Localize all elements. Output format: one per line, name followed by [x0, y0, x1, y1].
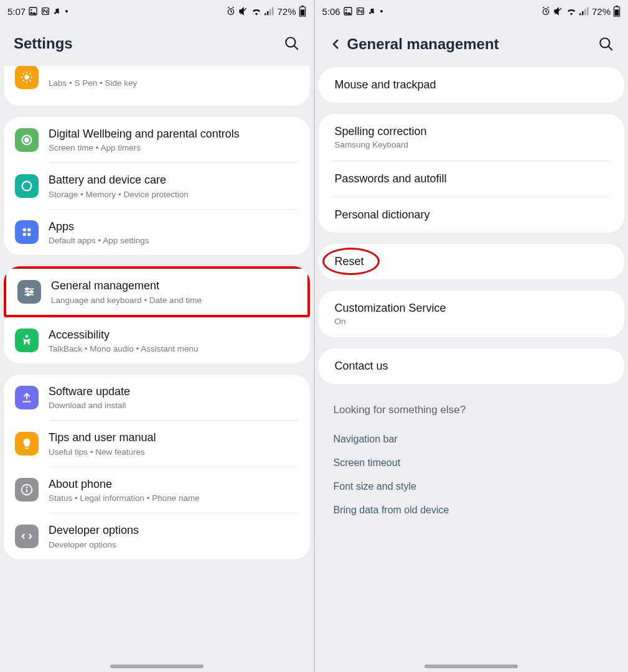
- item-title: Personal dictionary: [335, 208, 609, 222]
- svg-point-4: [57, 12, 59, 14]
- gm-item-contact-us[interactable]: Contact us: [319, 348, 625, 384]
- svg-point-13: [286, 37, 295, 47]
- advanced-features-icon: [15, 66, 39, 89]
- gm-item-spelling-correction[interactable]: Spelling correction Samsung Keyboard: [319, 114, 625, 161]
- tips-icon: [15, 432, 39, 455]
- gesture-handle[interactable]: [110, 665, 204, 668]
- settings-item-general-management[interactable]: General management Language and keyboard…: [4, 266, 310, 317]
- svg-rect-12: [300, 9, 304, 16]
- item-title: Apps: [49, 220, 298, 234]
- gm-item-personal-dictionary[interactable]: Personal dictionary: [319, 197, 625, 233]
- settings-item-tips[interactable]: Tips and user manual Useful tips • New f…: [4, 421, 310, 466]
- settings-item-apps[interactable]: Apps Default apps • App settings: [4, 210, 310, 255]
- svg-point-20: [23, 233, 27, 236]
- svg-point-19: [27, 228, 30, 232]
- wifi-icon: [566, 7, 577, 16]
- signal-icon: [265, 7, 274, 16]
- svg-point-24: [27, 294, 29, 296]
- item-title: Reset: [335, 255, 609, 268]
- settings-card-group3: Software update Download and install Tip…: [4, 375, 310, 559]
- svg-rect-11: [301, 6, 304, 7]
- nfc-icon: [355, 6, 365, 16]
- more-notifications-dot: [380, 10, 383, 12]
- svg-rect-38: [587, 7, 588, 16]
- item-title: Battery and device care: [49, 173, 298, 187]
- svg-point-42: [600, 38, 609, 47]
- search-button[interactable]: [284, 35, 300, 52]
- mute-icon: [553, 6, 563, 16]
- signal-icon: [579, 7, 589, 16]
- developer-options-icon: [15, 525, 39, 548]
- suggest-link-font-size[interactable]: Font size and style: [334, 475, 610, 498]
- settings-item-battery-device-care[interactable]: Battery and device care Storage • Memory…: [4, 163, 310, 208]
- svg-point-14: [24, 75, 29, 79]
- phone-left-settings[interactable]: 5:07 72% Settings: [0, 0, 314, 672]
- status-battery-pct: 72%: [592, 6, 611, 17]
- gm-item-reset[interactable]: Reset: [319, 244, 625, 279]
- accessibility-icon: [15, 329, 39, 352]
- status-time: 5:06: [322, 6, 340, 17]
- item-subtitle: Useful tips • New features: [49, 447, 298, 457]
- wellbeing-icon: [15, 128, 39, 152]
- status-battery-pct: 72%: [277, 6, 296, 17]
- suggest-link-screen-timeout[interactable]: Screen timeout: [334, 451, 610, 475]
- status-time: 5:07: [7, 6, 26, 17]
- about-phone-icon: [15, 478, 39, 502]
- gesture-handle[interactable]: [424, 665, 518, 668]
- item-title: Spelling correction: [335, 125, 609, 138]
- gm-item-passwords-autofill[interactable]: Passwords and autofill: [319, 161, 625, 197]
- svg-point-18: [23, 228, 27, 232]
- page-title: Settings: [14, 35, 284, 52]
- item-title: Passwords and autofill: [335, 172, 609, 185]
- item-title: Mouse and trackpad: [335, 78, 609, 91]
- header: Settings: [0, 22, 314, 62]
- svg-point-25: [26, 335, 29, 338]
- item-title: General management: [51, 279, 295, 293]
- svg-rect-40: [616, 6, 618, 7]
- apps-icon: [15, 220, 39, 244]
- svg-rect-36: [582, 11, 583, 15]
- gm-item-customization-service[interactable]: Customization Service On: [319, 291, 625, 337]
- svg-point-1: [30, 9, 32, 11]
- settings-item-digital-wellbeing[interactable]: Digital Wellbeing and parental controls …: [4, 117, 310, 162]
- item-subtitle: On: [335, 317, 609, 326]
- gm-item-mouse-trackpad[interactable]: Mouse and trackpad: [319, 67, 625, 103]
- gm-card-contact: Contact us: [319, 348, 625, 384]
- device-care-icon: [15, 174, 39, 198]
- page-title: General management: [347, 35, 599, 53]
- gm-card-reset: Reset: [319, 244, 625, 279]
- svg-point-27: [26, 487, 28, 488]
- header: General management: [315, 22, 629, 63]
- suggest-link-bring-data[interactable]: Bring data from old device: [334, 498, 610, 522]
- item-subtitle: Developer options: [49, 540, 298, 549]
- settings-item-advanced-features[interactable]: Labs • S Pen • Side key: [4, 66, 310, 106]
- item-subtitle: TalkBack • Mono audio • Assistant menu: [49, 344, 298, 353]
- item-title: About phone: [49, 477, 298, 492]
- svg-point-22: [26, 287, 29, 290]
- alarm-icon: [541, 6, 551, 16]
- back-button[interactable]: [329, 35, 347, 54]
- svg-point-33: [372, 12, 374, 14]
- svg-point-30: [345, 9, 347, 11]
- image-icon: [28, 6, 38, 16]
- battery-icon: [299, 6, 306, 17]
- nfc-icon: [40, 6, 50, 16]
- settings-item-developer-options[interactable]: Developer options Developer options: [4, 513, 310, 559]
- suggest-link-navigation-bar[interactable]: Navigation bar: [334, 427, 610, 451]
- settings-item-about-phone[interactable]: About phone Status • Legal information •…: [4, 467, 310, 513]
- settings-item-accessibility[interactable]: Accessibility TalkBack • Mono audio • As…: [4, 318, 310, 363]
- alarm-icon: [226, 6, 236, 16]
- item-subtitle: Samsung Keyboard: [335, 140, 609, 149]
- phone-right-general-management[interactable]: 5:06 72% General management: [314, 0, 629, 672]
- svg-rect-9: [272, 7, 273, 16]
- settings-item-software-update[interactable]: Software update Download and install: [4, 375, 310, 420]
- svg-point-23: [30, 291, 33, 293]
- item-title: Accessibility: [49, 328, 298, 342]
- svg-point-3: [54, 12, 56, 14]
- settings-card-group2: General management Language and keyboard…: [4, 266, 310, 363]
- item-subtitle: Download and install: [49, 401, 298, 410]
- settings-card-advanced-partial: Labs • S Pen • Side key: [4, 66, 310, 106]
- search-button[interactable]: [598, 36, 614, 52]
- svg-point-16: [25, 138, 29, 142]
- item-subtitle: Default apps • App settings: [49, 236, 298, 245]
